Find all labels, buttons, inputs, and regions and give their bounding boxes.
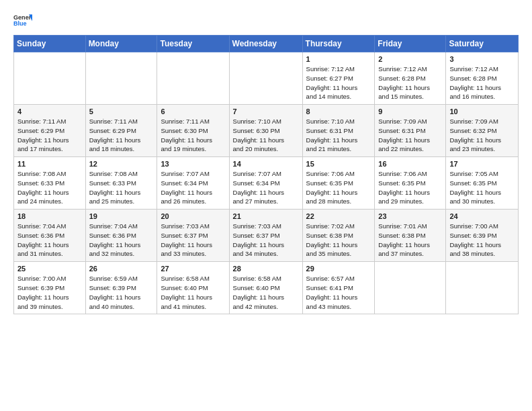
day-number: 13 [161,160,225,168]
day-number: 21 [233,212,299,220]
calendar-cell: 28Sunrise: 6:58 AM Sunset: 6:40 PM Dayli… [229,262,302,314]
calendar-week-5: 25Sunrise: 7:00 AM Sunset: 6:39 PM Dayli… [14,262,519,314]
day-info: Sunrise: 7:06 AM Sunset: 6:35 PM Dayligh… [306,169,371,206]
day-number: 12 [89,160,154,168]
calendar-cell: 4Sunrise: 7:11 AM Sunset: 6:29 PM Daylig… [14,105,86,157]
day-number: 18 [17,212,82,220]
day-info: Sunrise: 7:04 AM Sunset: 6:36 PM Dayligh… [89,222,154,259]
day-info: Sunrise: 7:09 AM Sunset: 6:31 PM Dayligh… [378,117,442,154]
day-number: 7 [233,107,299,116]
calendar-cell: 13Sunrise: 7:07 AM Sunset: 6:34 PM Dayli… [157,157,229,210]
day-info: Sunrise: 7:11 AM Sunset: 6:30 PM Dayligh… [161,117,225,154]
calendar-cell [85,52,157,105]
day-info: Sunrise: 7:11 AM Sunset: 6:29 PM Dayligh… [17,117,82,154]
day-number: 14 [233,160,299,168]
day-info: Sunrise: 7:08 AM Sunset: 6:33 PM Dayligh… [89,169,154,206]
calendar-week-3: 11Sunrise: 7:08 AM Sunset: 6:33 PM Dayli… [14,157,519,210]
day-info: Sunrise: 7:09 AM Sunset: 6:32 PM Dayligh… [449,117,515,154]
calendar-cell: 20Sunrise: 7:03 AM Sunset: 6:37 PM Dayli… [157,210,229,262]
day-info: Sunrise: 7:01 AM Sunset: 6:38 PM Dayligh… [378,222,442,259]
day-number: 16 [378,160,442,168]
weekday-header-monday: Monday [85,36,157,52]
day-info: Sunrise: 7:08 AM Sunset: 6:33 PM Dayligh… [17,169,82,206]
svg-text:Blue: Blue [13,20,27,27]
calendar-cell: 11Sunrise: 7:08 AM Sunset: 6:33 PM Dayli… [14,157,86,210]
calendar-cell [375,262,446,314]
day-number: 4 [17,107,82,116]
day-info: Sunrise: 6:57 AM Sunset: 6:41 PM Dayligh… [306,274,371,311]
day-number: 8 [306,107,371,116]
day-info: Sunrise: 6:59 AM Sunset: 6:39 PM Dayligh… [89,274,154,311]
calendar-week-4: 18Sunrise: 7:04 AM Sunset: 6:36 PM Dayli… [14,210,519,262]
day-info: Sunrise: 7:05 AM Sunset: 6:35 PM Dayligh… [449,169,515,206]
calendar-cell: 23Sunrise: 7:01 AM Sunset: 6:38 PM Dayli… [375,210,446,262]
day-info: Sunrise: 6:58 AM Sunset: 6:40 PM Dayligh… [233,274,299,311]
calendar-cell: 2Sunrise: 7:12 AM Sunset: 6:28 PM Daylig… [375,52,446,105]
day-info: Sunrise: 7:07 AM Sunset: 6:34 PM Dayligh… [161,169,225,206]
calendar-cell: 3Sunrise: 7:12 AM Sunset: 6:28 PM Daylig… [446,52,519,105]
day-info: Sunrise: 7:02 AM Sunset: 6:38 PM Dayligh… [306,222,371,259]
calendar-cell [229,52,302,105]
day-info: Sunrise: 7:07 AM Sunset: 6:34 PM Dayligh… [233,169,299,206]
calendar-cell: 8Sunrise: 7:10 AM Sunset: 6:31 PM Daylig… [302,105,375,157]
calendar-cell: 22Sunrise: 7:02 AM Sunset: 6:38 PM Dayli… [302,210,375,262]
day-info: Sunrise: 7:10 AM Sunset: 6:31 PM Dayligh… [306,117,371,154]
calendar-cell [446,262,519,314]
weekday-header-thursday: Thursday [302,36,375,52]
day-number: 23 [378,212,442,220]
day-number: 25 [17,265,82,273]
day-number: 22 [306,212,371,220]
day-number: 9 [378,107,442,116]
logo-icon: General Blue [13,11,32,30]
calendar-cell: 29Sunrise: 6:57 AM Sunset: 6:41 PM Dayli… [302,262,375,314]
day-info: Sunrise: 7:12 AM Sunset: 6:28 PM Dayligh… [449,64,515,101]
weekday-header-friday: Friday [375,36,446,52]
calendar-week-2: 4Sunrise: 7:11 AM Sunset: 6:29 PM Daylig… [14,105,519,157]
calendar-cell: 14Sunrise: 7:07 AM Sunset: 6:34 PM Dayli… [229,157,302,210]
day-number: 29 [306,265,371,273]
day-number: 3 [449,55,515,63]
calendar-cell: 16Sunrise: 7:06 AM Sunset: 6:35 PM Dayli… [375,157,446,210]
calendar-cell: 18Sunrise: 7:04 AM Sunset: 6:36 PM Dayli… [14,210,86,262]
calendar-table: SundayMondayTuesdayWednesdayThursdayFrid… [13,35,519,314]
day-number: 5 [89,107,154,116]
day-number: 20 [161,212,225,220]
calendar-body: 1Sunrise: 7:12 AM Sunset: 6:27 PM Daylig… [14,52,519,314]
calendar-cell: 5Sunrise: 7:11 AM Sunset: 6:29 PM Daylig… [85,105,157,157]
calendar-cell: 1Sunrise: 7:12 AM Sunset: 6:27 PM Daylig… [302,52,375,105]
day-number: 6 [161,107,225,116]
calendar-cell: 6Sunrise: 7:11 AM Sunset: 6:30 PM Daylig… [157,105,229,157]
calendar-cell: 26Sunrise: 6:59 AM Sunset: 6:39 PM Dayli… [85,262,157,314]
day-number: 19 [89,212,154,220]
calendar-cell: 21Sunrise: 7:03 AM Sunset: 6:37 PM Dayli… [229,210,302,262]
calendar-cell: 10Sunrise: 7:09 AM Sunset: 6:32 PM Dayli… [446,105,519,157]
calendar-cell: 9Sunrise: 7:09 AM Sunset: 6:31 PM Daylig… [375,105,446,157]
day-number: 24 [449,212,515,220]
day-number: 26 [89,265,154,273]
weekday-header-wednesday: Wednesday [229,36,302,52]
calendar-cell: 25Sunrise: 7:00 AM Sunset: 6:39 PM Dayli… [14,262,86,314]
day-number: 2 [378,55,442,63]
calendar-cell: 17Sunrise: 7:05 AM Sunset: 6:35 PM Dayli… [446,157,519,210]
day-info: Sunrise: 7:10 AM Sunset: 6:30 PM Dayligh… [233,117,299,154]
day-info: Sunrise: 6:58 AM Sunset: 6:40 PM Dayligh… [161,274,225,311]
day-info: Sunrise: 7:00 AM Sunset: 6:39 PM Dayligh… [449,222,515,259]
day-number: 27 [161,265,225,273]
calendar-cell [157,52,229,105]
calendar-cell: 27Sunrise: 6:58 AM Sunset: 6:40 PM Dayli… [157,262,229,314]
calendar-cell: 7Sunrise: 7:10 AM Sunset: 6:30 PM Daylig… [229,105,302,157]
calendar-cell: 19Sunrise: 7:04 AM Sunset: 6:36 PM Dayli… [85,210,157,262]
logo: General Blue [13,11,32,30]
day-info: Sunrise: 7:04 AM Sunset: 6:36 PM Dayligh… [17,222,82,259]
day-number: 28 [233,265,299,273]
day-number: 17 [449,160,515,168]
calendar-cell [14,52,86,105]
day-number: 11 [17,160,82,168]
day-info: Sunrise: 7:12 AM Sunset: 6:27 PM Dayligh… [306,64,371,101]
day-number: 1 [306,55,371,63]
calendar-week-1: 1Sunrise: 7:12 AM Sunset: 6:27 PM Daylig… [14,52,519,105]
weekday-header-sunday: Sunday [14,36,86,52]
weekday-header-tuesday: Tuesday [157,36,229,52]
calendar-cell: 15Sunrise: 7:06 AM Sunset: 6:35 PM Dayli… [302,157,375,210]
day-info: Sunrise: 7:11 AM Sunset: 6:29 PM Dayligh… [89,117,154,154]
